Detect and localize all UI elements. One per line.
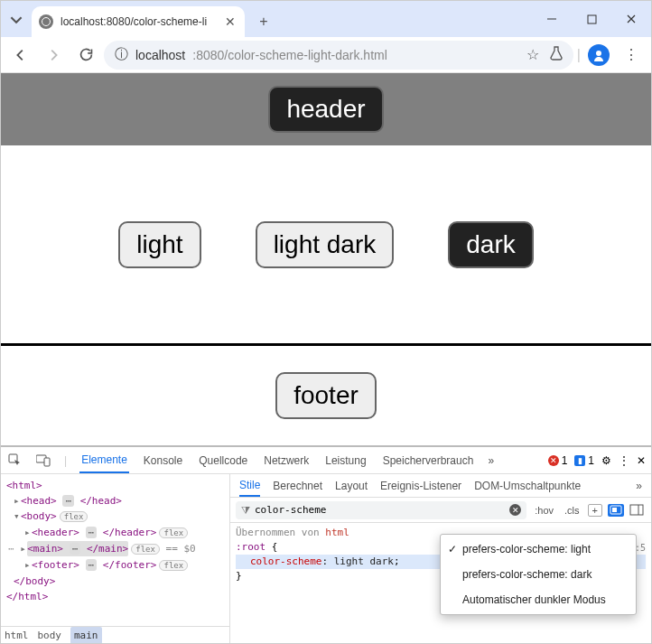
tab-search-dropdown[interactable] (1, 3, 32, 37)
dom-body[interactable]: <body> (21, 510, 57, 522)
site-info-icon[interactable]: ⓘ (115, 46, 128, 63)
tab-elements[interactable]: Elemente (79, 447, 129, 473)
maximize-icon (587, 14, 597, 24)
maximize-button[interactable] (572, 1, 611, 37)
menu-button[interactable]: ⋮ (617, 41, 646, 70)
svg-rect-7 (612, 508, 617, 512)
new-rule-button[interactable]: + (588, 504, 602, 517)
message-count[interactable]: ▮1 (574, 454, 594, 467)
bookmark-icon[interactable]: ☆ (526, 46, 539, 63)
rule-selector[interactable]: :root (236, 541, 265, 553)
page-footer: footer (1, 346, 651, 445)
devtools-tabs: | Elemente Konsole Quellcode Netzwerk Le… (1, 447, 651, 474)
hov-toggle[interactable]: :hov (532, 505, 556, 516)
back-button[interactable] (6, 41, 35, 70)
arrow-right-icon (45, 47, 61, 63)
filter-icon: ⧩ (241, 504, 250, 517)
profile-button[interactable] (584, 41, 613, 70)
svg-rect-1 (588, 15, 596, 23)
flex-badge[interactable]: flex (159, 560, 188, 571)
cls-toggle[interactable]: .cls (562, 505, 582, 516)
browser-toolbar: ⓘ localhost:8080/color-scheme-light-dark… (1, 37, 651, 73)
styles-filter-row: ⧩ color-scheme ✕ :hov .cls + (230, 498, 651, 523)
globe-icon (39, 14, 53, 29)
minimize-button[interactable] (532, 1, 572, 37)
window-controls (532, 1, 651, 37)
styles-subtabs: Stile Berechnet Layout Ereignis-Listener… (230, 474, 651, 498)
avatar-icon (588, 44, 610, 66)
tab-performance[interactable]: Leistung (323, 447, 368, 473)
subtab-styles[interactable]: Stile (239, 474, 260, 497)
subtab-layout[interactable]: Layout (335, 480, 368, 492)
forward-button[interactable] (39, 41, 68, 70)
more-subtabs-icon[interactable]: » (636, 480, 642, 492)
close-icon[interactable]: ✕ (223, 14, 238, 29)
flex-badge[interactable]: flex (159, 527, 188, 538)
dom-dollar0: == $0 (166, 543, 196, 555)
close-devtools-icon[interactable]: ✕ (637, 454, 646, 467)
panel-layout-icon[interactable] (629, 504, 646, 517)
dark-button[interactable]: dark (448, 221, 533, 268)
dom-footer[interactable]: <footer> (32, 559, 79, 571)
dom-html-close[interactable]: </html> (6, 591, 48, 602)
clear-filter-icon[interactable]: ✕ (509, 504, 521, 516)
svg-rect-8 (630, 505, 643, 515)
svg-rect-5 (44, 458, 50, 466)
subtab-listeners[interactable]: Ereignis-Listener (380, 480, 461, 492)
arrow-left-icon (13, 47, 29, 63)
reload-button[interactable] (71, 41, 100, 70)
tab-memory[interactable]: Speicherverbrauch (381, 447, 476, 473)
subtab-dombreak[interactable]: DOM-Umschaltpunkte (474, 480, 581, 492)
inspect-icon[interactable] (6, 453, 23, 467)
popup-option-dark[interactable]: prefers-color-scheme: dark (441, 562, 636, 587)
rule-property[interactable]: color-scheme (236, 555, 321, 567)
rule-value[interactable]: light dark (334, 555, 394, 567)
dom-tree[interactable]: <html> ▸<head> ⋯ </head> ▾<body>flex ▸<h… (1, 474, 230, 644)
labs-icon[interactable] (550, 46, 563, 64)
page-content: header light light dark dark footer (1, 73, 651, 445)
tab-sources[interactable]: Quellcode (197, 447, 249, 473)
header-button[interactable]: header (268, 86, 383, 133)
subtab-computed[interactable]: Berechnet (273, 480, 322, 492)
dom-breadcrumb: html body main (1, 626, 229, 644)
url-path: :8080/color-scheme-light-dark.html (192, 48, 387, 62)
footer-button[interactable]: footer (275, 372, 377, 419)
browser-titlebar: localhost:8080/color-scheme-li ✕ + (1, 1, 651, 37)
tab-console[interactable]: Konsole (142, 447, 184, 473)
url-bar[interactable]: ⓘ localhost:8080/color-scheme-light-dark… (104, 41, 573, 70)
dom-head[interactable]: <head> (21, 495, 57, 507)
dom-header[interactable]: <header> (32, 527, 79, 538)
device-icon[interactable] (35, 454, 51, 467)
dom-html-open[interactable]: <html> (6, 480, 42, 491)
url-host: localhost (135, 48, 185, 62)
minimize-icon (546, 14, 557, 24)
new-tab-button[interactable]: + (250, 8, 277, 35)
kebab-icon[interactable]: ⋮ (619, 454, 629, 467)
close-window-button[interactable] (611, 1, 651, 37)
prefers-color-scheme-popup: prefers-color-scheme: light prefers-colo… (440, 534, 637, 615)
page-header: header (1, 73, 651, 145)
browser-tab[interactable]: localhost:8080/color-scheme-li ✕ (32, 6, 245, 37)
error-count[interactable]: ✕1 (548, 454, 568, 467)
settings-icon[interactable]: ⚙ (601, 454, 611, 467)
breadcrumb-html[interactable]: html (5, 628, 29, 643)
render-emulation-button[interactable] (608, 504, 624, 517)
light-button[interactable]: light (118, 221, 200, 268)
breadcrumb-body[interactable]: body (38, 628, 62, 643)
page-main: light light dark dark (1, 145, 651, 343)
close-icon (626, 14, 637, 24)
tab-title: localhost:8080/color-scheme-li (61, 15, 216, 28)
popup-option-auto[interactable]: Automatischer dunkler Modus (441, 587, 636, 612)
dom-body-close[interactable]: </body> (14, 575, 55, 587)
light-dark-button[interactable]: light dark (256, 221, 395, 268)
devtools-panel: | Elemente Konsole Quellcode Netzwerk Le… (1, 445, 651, 644)
dom-main[interactable]: <main> (27, 543, 63, 555)
flex-badge[interactable]: flex (131, 544, 160, 555)
filter-input[interactable]: ⧩ color-scheme ✕ (236, 501, 526, 519)
more-tabs-icon[interactable]: » (488, 454, 494, 467)
tab-network[interactable]: Netzwerk (262, 447, 311, 473)
flex-badge[interactable]: flex (60, 511, 88, 522)
popup-option-light[interactable]: prefers-color-scheme: light (441, 537, 636, 562)
breadcrumb-main[interactable]: main (70, 627, 102, 644)
reload-icon (79, 47, 94, 62)
